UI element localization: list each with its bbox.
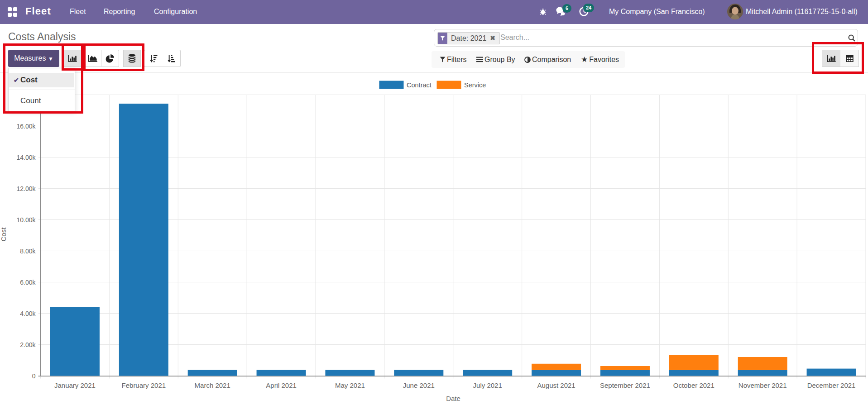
svg-text:8.00k: 8.00k <box>20 248 36 255</box>
svg-text:October 2021: October 2021 <box>673 381 715 389</box>
svg-text:10.00k: 10.00k <box>16 216 36 224</box>
svg-text:December 2021: December 2021 <box>807 381 856 389</box>
svg-text:January 2021: January 2021 <box>54 381 96 389</box>
svg-text:Date: Date <box>446 395 460 402</box>
svg-text:May 2021: May 2021 <box>335 381 365 389</box>
svg-text:16.00k: 16.00k <box>16 123 36 130</box>
svg-text:July 2021: July 2021 <box>473 381 502 389</box>
svg-text:12.00k: 12.00k <box>16 185 36 192</box>
svg-text:February 2021: February 2021 <box>122 381 166 389</box>
svg-text:November 2021: November 2021 <box>739 381 787 389</box>
svg-text:4.00k: 4.00k <box>20 310 36 317</box>
svg-text:Service: Service <box>464 81 486 89</box>
svg-text:Contract: Contract <box>407 81 432 89</box>
svg-text:April 2021: April 2021 <box>266 381 297 389</box>
svg-text:August 2021: August 2021 <box>537 381 575 389</box>
svg-text:14.00k: 14.00k <box>16 154 36 161</box>
svg-text:June 2021: June 2021 <box>403 381 435 389</box>
svg-text:September 2021: September 2021 <box>600 381 650 389</box>
svg-text:March 2021: March 2021 <box>195 381 230 389</box>
svg-text:2.00k: 2.00k <box>20 341 36 348</box>
svg-text:Cost: Cost <box>0 227 7 242</box>
svg-text:0: 0 <box>32 372 36 380</box>
svg-text:6.00k: 6.00k <box>20 279 36 286</box>
